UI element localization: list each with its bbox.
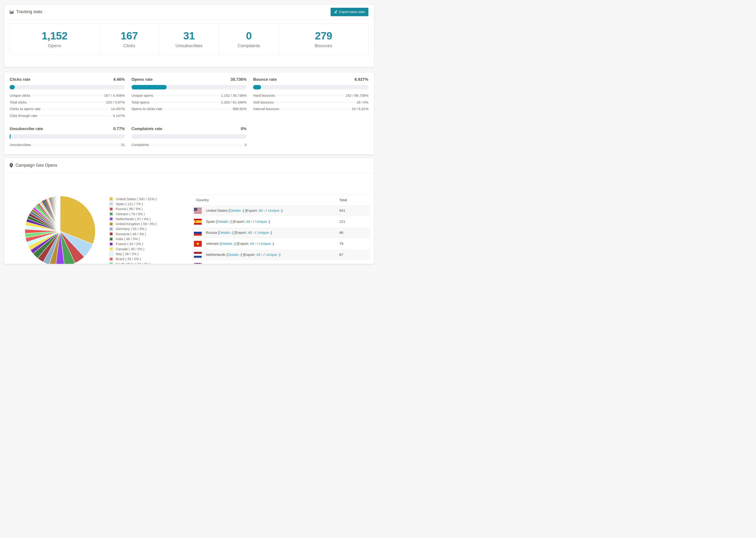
- ru-flag-icon: [194, 230, 202, 236]
- rate-detail-label: Click through rate: [10, 114, 37, 118]
- rate-detail-row: Unique opens 1,152 / 30.736%: [132, 93, 247, 100]
- rate-detail-label: Total opens: [132, 100, 149, 104]
- dotted-leader: [151, 145, 243, 145]
- nl-flag-icon: [194, 252, 202, 258]
- rate-detail-row: Hard bounces 242 / 86.738%: [253, 93, 368, 100]
- legend-swatch: [109, 232, 113, 236]
- dotted-leader: [277, 95, 344, 96]
- stat-value: 1,152: [41, 30, 67, 42]
- stat-label: Bounces: [315, 43, 332, 48]
- legend-label: Romania ( 49 / 3% ): [116, 232, 146, 236]
- legend-swatch: [109, 247, 113, 251]
- geo-table-row-gb: United Kingdom [Details ›] [Export: All …: [192, 260, 370, 264]
- legend-swatch: [109, 237, 113, 241]
- rate-detail-label: Opens to clicks rate: [132, 107, 162, 111]
- geo-table-row-ru: Russia [Details ›] [Export: All › / Uniq…: [192, 227, 370, 238]
- country-total: 121: [337, 216, 370, 227]
- tracking-stats-card: Tracking stats Export basic stats 1,152 …: [4, 4, 374, 67]
- tracking-stats-title: Tracking stats: [10, 9, 42, 14]
- rate-detail-value: 220 / 5.87%: [106, 100, 125, 104]
- legend-item-italy: Italy ( 36 / 2% ): [109, 251, 157, 256]
- export-unique-link[interactable]: Unique ›: [266, 252, 279, 256]
- column-header-country: Country: [192, 195, 337, 205]
- rate-detail-label: Complaints: [132, 143, 149, 147]
- map-pin-icon: [10, 163, 13, 168]
- legend-label: France ( 42 / 2% ): [116, 242, 143, 246]
- rate-detail-value: 242 / 86.738%: [346, 93, 368, 97]
- rate-progress-fill: [132, 85, 167, 89]
- export-all-link[interactable]: All ›: [256, 252, 263, 256]
- rate-detail-label: Hard bounces: [253, 93, 275, 97]
- stat-label: Unsubscribes: [175, 43, 202, 48]
- export-unique-link[interactable]: Unique ›: [259, 242, 273, 245]
- gb-flag-icon: [194, 263, 202, 264]
- geo-title-wrap: Campaign Geo Opens: [10, 163, 57, 168]
- details-link[interactable]: Details ›: [230, 208, 243, 212]
- rate-section-bounce-rate: Bounce rate 6.927% Hard bounces 242 / 86…: [253, 77, 368, 120]
- details-link[interactable]: Details ›: [234, 264, 247, 264]
- details-link[interactable]: Details ›: [228, 252, 241, 256]
- bar-chart-icon: [10, 10, 14, 14]
- rate-value: 0%: [241, 127, 246, 131]
- export-button-label: Export basic stats: [339, 10, 365, 14]
- legend-label: United Kingdom ( 59 / 3% ): [116, 222, 157, 226]
- vn-flag-icon: [194, 241, 202, 247]
- country-cell-text: Vietnam [Details ›] [Export: All › / Uni…: [206, 242, 274, 246]
- export-all-link[interactable]: All ›: [258, 208, 265, 212]
- stat-label: Clicks: [123, 43, 135, 48]
- export-unique-link[interactable]: Unique ›: [272, 264, 286, 264]
- rate-title: Opens rate: [132, 77, 153, 82]
- details-link[interactable]: Details ›: [221, 242, 235, 245]
- legend-label: Vietnam ( 79 / 5% ): [116, 212, 145, 216]
- country-cell-text: Spain [Details ›] [Export: All › / Uniqu…: [206, 219, 270, 224]
- stat-cell-opens: 1,152 Opens: [10, 24, 99, 54]
- export-all-link[interactable]: All ›: [246, 219, 252, 224]
- rate-title: Bounce rate: [253, 77, 277, 82]
- rate-detail-value: 689.82%: [233, 107, 246, 111]
- dotted-leader: [39, 116, 111, 116]
- stat-value: 167: [121, 30, 138, 42]
- rate-title: Unsubscribe rate: [10, 127, 43, 131]
- export-all-link[interactable]: All ›: [248, 231, 254, 235]
- rate-title: Complaints rate: [132, 127, 162, 131]
- export-unique-link[interactable]: Unique ›: [257, 231, 271, 235]
- legend-label: Germany ( 55 / 3% ): [116, 227, 146, 231]
- rate-section-opens-rate: Opens rate 30.736% Unique opens 1,152 / …: [132, 77, 247, 120]
- geo-table-header-row: Country Total: [192, 195, 370, 205]
- export-all-link[interactable]: All ›: [250, 242, 256, 245]
- rate-progress-fill: [10, 134, 11, 139]
- dotted-leader: [276, 102, 354, 103]
- rates-card: Clicks rate 4.46% Unique clicks 167 / 4.…: [4, 72, 374, 155]
- rate-detail-label: Internal bounces: [253, 107, 279, 111]
- legend-label: Russia ( 86 / 5% ): [116, 207, 143, 211]
- export-unique-link[interactable]: Unique ›: [268, 208, 282, 212]
- column-header-total: Total: [337, 195, 370, 205]
- legend-item-romania: Romania ( 49 / 3% ): [109, 232, 157, 237]
- rate-progress-fill: [253, 85, 261, 89]
- stat-label: Complaints: [238, 43, 260, 48]
- export-all-link[interactable]: All ›: [262, 264, 269, 264]
- rate-detail-row: Soft bounces 18 / 0%: [253, 100, 368, 107]
- legend-label: South Africa ( 29 / 2% ): [116, 262, 151, 264]
- rate-detail-value: 167 / 4.456%: [104, 93, 125, 97]
- legend-swatch: [109, 212, 113, 216]
- country-total: 541: [337, 205, 370, 216]
- export-basic-stats-button[interactable]: Export basic stats: [331, 8, 368, 16]
- rate-detail-label: Unsubscribes: [10, 143, 31, 147]
- country-total: 86: [337, 227, 370, 238]
- legend-swatch: [109, 257, 113, 261]
- rate-detail-label: Soft bounces: [253, 100, 274, 104]
- stat-value: 279: [315, 30, 332, 42]
- rate-detail-value: 14.497%: [111, 107, 125, 111]
- details-link[interactable]: Details ›: [219, 231, 233, 235]
- country-cell-text: Russia [Details ›] [Export: All › / Uniq…: [206, 231, 272, 235]
- details-link[interactable]: Details ›: [217, 219, 231, 224]
- rates-row-1: Clicks rate 4.46% Unique clicks 167 / 4.…: [10, 77, 368, 120]
- legend-swatch: [109, 262, 113, 264]
- dotted-leader: [32, 95, 102, 96]
- export-unique-link[interactable]: Unique ›: [255, 219, 269, 224]
- pie-legend: United States ( 541 / 31% ) Spain ( 121 …: [109, 196, 157, 264]
- dotted-leader: [28, 102, 104, 103]
- rate-progress-bar: [10, 85, 125, 89]
- legend-item-france: France ( 42 / 2% ): [109, 242, 157, 246]
